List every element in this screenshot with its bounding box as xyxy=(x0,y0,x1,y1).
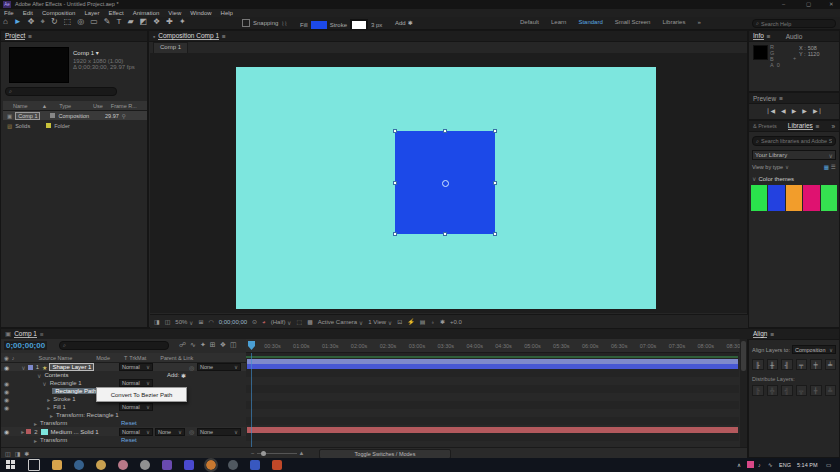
project-row-name[interactable]: Comp 1 xyxy=(15,112,40,120)
column-trkmat[interactable]: TrkMat xyxy=(129,355,146,361)
row-contents[interactable]: ∨ Contents Add: ✱ xyxy=(1,371,246,379)
layer-name-edit-field[interactable]: Shape Layer 1 xyxy=(49,363,94,371)
workspace-default[interactable]: Default xyxy=(520,19,539,25)
resolution-select[interactable]: (Half) ∨ xyxy=(271,319,292,326)
pickwhip-icon[interactable]: ◎ xyxy=(189,428,194,435)
libraries-search-field[interactable]: ⌕ Search libraries and Adobe Sto xyxy=(752,136,836,146)
always-preview-icon[interactable]: ◨ xyxy=(154,319,160,325)
composition-panel-menu-icon[interactable]: ≡ xyxy=(222,33,226,40)
close-button-icon[interactable]: ✕ xyxy=(829,1,834,7)
tab-align[interactable]: Align xyxy=(753,330,767,338)
shape-rectangle[interactable] xyxy=(395,131,495,234)
start-button[interactable] xyxy=(6,460,16,470)
align-left-button[interactable]: ╟ xyxy=(752,359,764,370)
play-button[interactable]: ▶ xyxy=(792,107,797,114)
camera-select[interactable]: Active Camera ∨ xyxy=(318,319,363,326)
menu-layer[interactable]: Layer xyxy=(84,10,99,16)
home-tool-icon[interactable]: ⌂ xyxy=(3,18,8,26)
brush-tool-icon[interactable]: ▰ xyxy=(127,18,133,26)
expand-icon[interactable]: ∨ xyxy=(21,364,25,371)
comp-canvas[interactable] xyxy=(236,67,656,309)
workspace-learn[interactable]: Learn xyxy=(551,19,566,25)
visibility-eye-icon[interactable]: ◉ xyxy=(4,380,9,387)
row-rectangle-1[interactable]: ◉ ∨ Rectangle 1 Normal∨ xyxy=(1,379,246,387)
anchor-point[interactable] xyxy=(442,180,449,187)
selection-handle[interactable] xyxy=(393,181,397,185)
visibility-eye-icon[interactable]: ◉ xyxy=(4,428,9,435)
camera-tool-icon[interactable]: ⬚ xyxy=(64,18,72,26)
zoom-select[interactable]: 50% ∨ xyxy=(175,319,193,326)
align-bottom-button[interactable]: ╧ xyxy=(825,359,837,370)
color-themes-header[interactable]: ∨ Color themes xyxy=(752,175,836,182)
layer2-parent-select[interactable]: None∨ xyxy=(197,428,241,436)
show-channel-icon[interactable]: ◕ xyxy=(262,319,266,325)
tray-app-icon[interactable] xyxy=(747,461,754,468)
exposure-value[interactable]: +0.0 xyxy=(450,319,462,325)
view-by-type-select[interactable]: View by type xyxy=(752,164,783,170)
timeline-tab-comp1[interactable]: Comp 1 xyxy=(14,330,37,338)
layer2-duration-bar[interactable] xyxy=(247,427,738,433)
layer1-parent-select[interactable]: None∨ xyxy=(197,363,241,371)
roto-brush-tool-icon[interactable]: ✚ xyxy=(166,18,173,26)
column-type[interactable]: Type xyxy=(59,103,71,109)
column-t[interactable]: T xyxy=(124,355,127,361)
solid-layer-name[interactable]: Medium ... Solid 1 xyxy=(51,429,99,435)
column-mode[interactable]: Mode xyxy=(96,355,110,361)
column-parent-link[interactable]: Parent & Link xyxy=(160,355,193,361)
taskbar-app-icon[interactable] xyxy=(96,460,106,470)
preview-panel-menu-icon[interactable]: ≡ xyxy=(779,95,783,102)
reset-link[interactable]: Reset xyxy=(121,437,137,443)
expand-icon[interactable]: ∨ xyxy=(42,380,46,387)
layer-color-chip[interactable] xyxy=(28,365,33,370)
reset-link[interactable]: Reset xyxy=(121,420,137,426)
tab-project[interactable]: Project xyxy=(5,32,25,40)
add-property-icon[interactable]: ✱ xyxy=(181,372,186,379)
workspace-overflow-icon[interactable]: » xyxy=(697,19,700,25)
shape-tool-icon[interactable]: ▭ xyxy=(90,18,98,26)
menu-window[interactable]: Window xyxy=(190,10,211,16)
menu-composition[interactable]: Composition xyxy=(42,10,75,16)
selection-handle[interactable] xyxy=(493,181,497,185)
mask-visibility-icon[interactable]: ◠ xyxy=(208,319,213,325)
comp-viewer[interactable] xyxy=(150,53,747,313)
fast-previews-icon[interactable]: ⚡ xyxy=(407,319,415,325)
menu-animation[interactable]: Animation xyxy=(133,10,160,16)
tab-info[interactable]: Info xyxy=(753,32,764,40)
work-area-bar[interactable] xyxy=(246,356,738,358)
timeline-vertical-scrollbar[interactable] xyxy=(740,339,747,447)
rotate-tool-icon[interactable]: ↻ xyxy=(51,18,58,26)
rectangle-1-mode-select[interactable]: Normal∨ xyxy=(119,379,153,387)
taskbar-app-icon[interactable] xyxy=(228,460,238,470)
distribute-top-button[interactable]: ╠ xyxy=(752,385,764,396)
expand-icon[interactable]: ▸ xyxy=(47,396,50,403)
distribute-v-center-button[interactable]: ╬ xyxy=(767,385,779,396)
align-v-center-button[interactable]: ╪ xyxy=(810,359,822,370)
row-transform-layer1[interactable]: ▸ Transform Reset xyxy=(1,419,246,427)
column-frame-rate[interactable]: Frame R... xyxy=(111,103,137,109)
project-row-name[interactable]: Solids xyxy=(15,123,30,129)
selection-handle[interactable] xyxy=(493,129,497,133)
snap-options-icon[interactable]: ⌇⌇ xyxy=(281,20,287,27)
graph-editor-icon[interactable]: ◫ xyxy=(230,341,237,349)
menu-view[interactable]: View xyxy=(168,10,181,16)
hide-shy-layers-icon[interactable]: ✦ xyxy=(200,341,206,349)
expand-icon[interactable]: ▸ xyxy=(34,420,37,427)
region-of-interest-icon[interactable]: ⬚ xyxy=(296,319,302,325)
workspace-small-screen[interactable]: Small Screen xyxy=(615,19,651,25)
magnification-icon[interactable]: ◫ xyxy=(165,319,171,325)
ruler-grid-icon[interactable]: ⊞ xyxy=(198,319,203,325)
next-frame-button[interactable]: ▶ xyxy=(802,107,807,114)
zoom-slider-knob[interactable] xyxy=(261,451,266,456)
network-icon[interactable]: ∿ xyxy=(768,462,773,468)
row-fill-1[interactable]: ◉ ▸ Fill 1 Normal∨ xyxy=(1,403,246,411)
list-view-icon[interactable]: ☰ xyxy=(831,164,836,170)
expand-transfer-controls-icon[interactable]: ◨ xyxy=(15,450,21,457)
selection-handle[interactable] xyxy=(493,232,497,236)
zoom-tool-icon[interactable]: ⌖ xyxy=(40,18,45,26)
color-swatch-4[interactable] xyxy=(803,185,819,211)
time-ruler[interactable]: 00:30s 01:00s 01:30s 02:00s 02:30s 03:00… xyxy=(246,339,739,353)
sort-icon[interactable]: ▲ xyxy=(42,103,47,109)
timeline-search-field[interactable]: ⌕ xyxy=(59,341,169,350)
draft-3d-icon[interactable]: ∿ xyxy=(190,341,196,349)
column-use[interactable]: Use xyxy=(93,103,103,109)
